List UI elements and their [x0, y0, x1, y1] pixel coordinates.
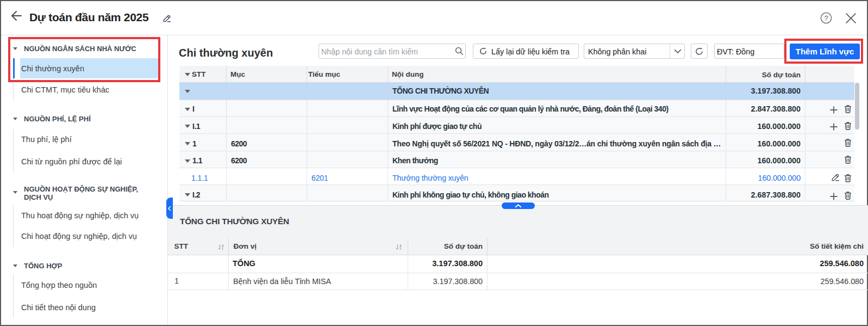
svg-text:?: ? [824, 14, 828, 22]
